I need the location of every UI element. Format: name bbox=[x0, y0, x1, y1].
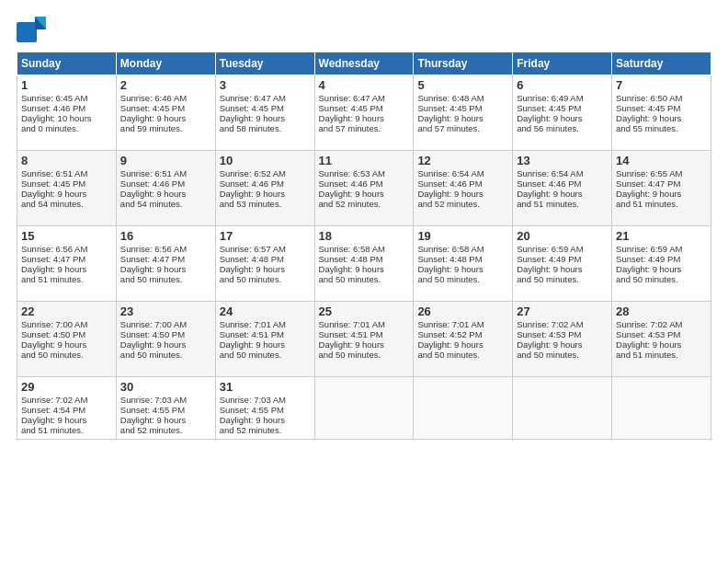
day-number: 5 bbox=[417, 78, 508, 92]
sunset-text: Sunset: 4:49 PM bbox=[616, 254, 680, 264]
calendar-cell: 29Sunrise: 7:02 AMSunset: 4:54 PMDayligh… bbox=[17, 377, 117, 440]
sunset-text: Sunset: 4:48 PM bbox=[220, 254, 284, 264]
week-row-1: 1Sunrise: 6:45 AMSunset: 4:46 PMDaylight… bbox=[17, 75, 711, 151]
sunrise-text: Sunrise: 7:02 AM bbox=[21, 395, 87, 405]
day-number: 19 bbox=[417, 229, 508, 243]
logo bbox=[17, 17, 50, 42]
day-number: 10 bbox=[220, 154, 311, 167]
daylight-text: Daylight: 10 hours bbox=[21, 113, 92, 123]
day-number: 7 bbox=[616, 78, 707, 92]
calendar-cell: 8Sunrise: 6:51 AMSunset: 4:45 PMDaylight… bbox=[17, 151, 117, 226]
daylight-text: Daylight: 9 hours bbox=[616, 113, 681, 123]
day-number: 3 bbox=[220, 78, 311, 92]
week-row-4: 22Sunrise: 7:00 AMSunset: 4:50 PMDayligh… bbox=[17, 302, 711, 377]
calendar-cell: 1Sunrise: 6:45 AMSunset: 4:46 PMDaylight… bbox=[17, 75, 117, 151]
logo-icon bbox=[17, 17, 46, 42]
sunrise-text: Sunrise: 6:48 AM bbox=[417, 93, 483, 103]
daylight-text: Daylight: 9 hours bbox=[120, 264, 186, 274]
daylight-text: Daylight: 9 hours bbox=[319, 113, 384, 123]
daylight-text-2: and 51 minutes. bbox=[21, 274, 84, 284]
calendar-cell: 6Sunrise: 6:49 AMSunset: 4:45 PMDaylight… bbox=[513, 75, 612, 151]
calendar-cell: 5Sunrise: 6:48 AMSunset: 4:45 PMDaylight… bbox=[414, 75, 513, 151]
sunrise-text: Sunrise: 6:55 AM bbox=[616, 168, 682, 178]
daylight-text-2: and 50 minutes. bbox=[417, 350, 480, 360]
daylight-text-2: and 50 minutes. bbox=[616, 274, 678, 284]
daylight-text-2: and 54 minutes. bbox=[120, 199, 183, 209]
sunset-text: Sunset: 4:47 PM bbox=[616, 178, 680, 189]
calendar-cell: 15Sunrise: 6:56 AMSunset: 4:47 PMDayligh… bbox=[17, 226, 117, 302]
daylight-text-2: and 55 minutes. bbox=[616, 123, 678, 133]
day-number: 9 bbox=[120, 154, 211, 167]
sunrise-text: Sunrise: 6:54 AM bbox=[517, 168, 583, 178]
sunset-text: Sunset: 4:50 PM bbox=[120, 329, 185, 339]
sunset-text: Sunset: 4:52 PM bbox=[417, 329, 482, 339]
daylight-text: Daylight: 9 hours bbox=[120, 339, 186, 350]
daylight-text: Daylight: 9 hours bbox=[417, 189, 483, 199]
daylight-text-2: and 50 minutes. bbox=[120, 350, 183, 360]
day-number: 18 bbox=[319, 229, 410, 243]
sunrise-text: Sunrise: 6:58 AM bbox=[417, 244, 483, 254]
calendar-cell: 14Sunrise: 6:55 AMSunset: 4:47 PMDayligh… bbox=[612, 151, 711, 226]
sunset-text: Sunset: 4:47 PM bbox=[120, 254, 185, 264]
sunset-text: Sunset: 4:53 PM bbox=[616, 329, 680, 339]
weekday-wednesday: Wednesday bbox=[314, 52, 414, 75]
daylight-text-2: and 50 minutes. bbox=[319, 350, 381, 360]
daylight-text: Daylight: 9 hours bbox=[120, 415, 186, 425]
daylight-text: Daylight: 9 hours bbox=[220, 189, 285, 199]
daylight-text-2: and 50 minutes. bbox=[220, 350, 282, 360]
calendar-cell: 25Sunrise: 7:01 AMSunset: 4:51 PMDayligh… bbox=[314, 302, 414, 377]
sunrise-text: Sunrise: 6:54 AM bbox=[417, 168, 483, 178]
day-number: 31 bbox=[220, 380, 311, 394]
daylight-text: Daylight: 9 hours bbox=[517, 113, 582, 123]
sunset-text: Sunset: 4:50 PM bbox=[21, 329, 85, 339]
sunset-text: Sunset: 4:46 PM bbox=[417, 178, 482, 189]
svg-rect-0 bbox=[17, 22, 37, 42]
calendar-cell: 31Sunrise: 7:03 AMSunset: 4:55 PMDayligh… bbox=[215, 377, 314, 440]
sunrise-text: Sunrise: 6:59 AM bbox=[517, 244, 583, 254]
daylight-text-2: and 57 minutes. bbox=[417, 123, 480, 133]
calendar-cell: 22Sunrise: 7:00 AMSunset: 4:50 PMDayligh… bbox=[17, 302, 117, 377]
sunrise-text: Sunrise: 6:58 AM bbox=[319, 244, 385, 254]
day-number: 11 bbox=[319, 154, 410, 167]
sunset-text: Sunset: 4:45 PM bbox=[616, 103, 680, 113]
calendar-cell: 21Sunrise: 6:59 AMSunset: 4:49 PMDayligh… bbox=[612, 226, 711, 302]
weekday-thursday: Thursday bbox=[414, 52, 513, 75]
day-number: 6 bbox=[517, 78, 608, 92]
sunrise-text: Sunrise: 6:59 AM bbox=[616, 244, 682, 254]
daylight-text-2: and 50 minutes. bbox=[319, 274, 381, 284]
calendar-cell: 20Sunrise: 6:59 AMSunset: 4:49 PMDayligh… bbox=[513, 226, 612, 302]
daylight-text-2: and 50 minutes. bbox=[517, 350, 579, 360]
sunset-text: Sunset: 4:48 PM bbox=[417, 254, 482, 264]
daylight-text-2: and 58 minutes. bbox=[220, 123, 282, 133]
page: SundayMondayTuesdayWednesdayThursdayFrid… bbox=[0, 0, 728, 563]
calendar-cell bbox=[314, 377, 414, 440]
calendar-cell: 23Sunrise: 7:00 AMSunset: 4:50 PMDayligh… bbox=[116, 302, 215, 377]
daylight-text: Daylight: 9 hours bbox=[517, 189, 582, 199]
daylight-text-2: and 50 minutes. bbox=[21, 350, 84, 360]
sunrise-text: Sunrise: 6:49 AM bbox=[517, 93, 583, 103]
daylight-text: Daylight: 9 hours bbox=[220, 415, 285, 425]
sunrise-text: Sunrise: 6:51 AM bbox=[120, 168, 187, 178]
daylight-text-2: and 51 minutes. bbox=[616, 350, 678, 360]
sunset-text: Sunset: 4:45 PM bbox=[517, 103, 581, 113]
daylight-text-2: and 53 minutes. bbox=[220, 199, 282, 209]
sunset-text: Sunset: 4:46 PM bbox=[517, 178, 581, 189]
calendar-cell: 16Sunrise: 6:56 AMSunset: 4:47 PMDayligh… bbox=[116, 226, 215, 302]
day-number: 23 bbox=[120, 304, 211, 318]
calendar-cell: 4Sunrise: 6:47 AMSunset: 4:45 PMDaylight… bbox=[314, 75, 414, 151]
day-number: 29 bbox=[21, 380, 112, 394]
daylight-text-2: and 54 minutes. bbox=[21, 199, 84, 209]
calendar-cell: 18Sunrise: 6:58 AMSunset: 4:48 PMDayligh… bbox=[314, 226, 414, 302]
daylight-text: Daylight: 9 hours bbox=[616, 264, 681, 274]
daylight-text: Daylight: 9 hours bbox=[616, 189, 681, 199]
day-number: 27 bbox=[517, 304, 608, 318]
sunset-text: Sunset: 4:48 PM bbox=[319, 254, 383, 264]
header bbox=[17, 17, 711, 42]
weekday-tuesday: Tuesday bbox=[215, 52, 314, 75]
daylight-text: Daylight: 9 hours bbox=[21, 264, 86, 274]
sunrise-text: Sunrise: 7:02 AM bbox=[616, 319, 682, 329]
daylight-text-2: and 50 minutes. bbox=[517, 274, 579, 284]
sunset-text: Sunset: 4:51 PM bbox=[319, 329, 383, 339]
weekday-header-row: SundayMondayTuesdayWednesdayThursdayFrid… bbox=[17, 52, 711, 75]
day-number: 26 bbox=[417, 304, 508, 318]
